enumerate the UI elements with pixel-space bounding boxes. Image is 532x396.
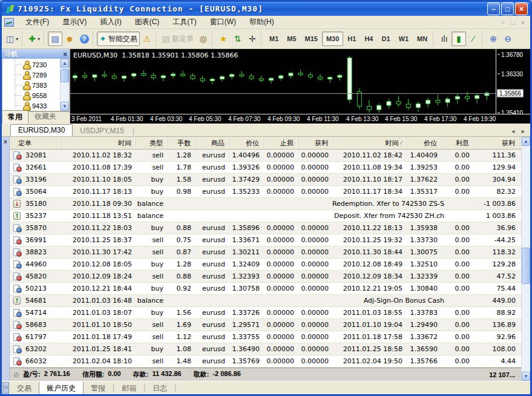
timeframe-h1-button[interactable]: H1 xyxy=(343,31,360,46)
scroll-up-icon[interactable]: ▲ xyxy=(522,137,530,146)
navigator-scrollbar[interactable]: ▲ ▼ xyxy=(60,59,69,111)
column-header-0[interactable]: 定单 xyxy=(10,137,61,149)
minimize-button[interactable]: – xyxy=(487,2,500,15)
history-row-38823[interactable]: 388232010.11.30 17:42sell0.87eurusd1.302… xyxy=(10,246,521,259)
menu-item-0[interactable]: 文件(F) xyxy=(19,16,56,28)
timeframe-m30-button[interactable]: M30 xyxy=(322,31,343,46)
history-row-32661[interactable]: 326612010.11.08 17:39sell1.78eurusd1.393… xyxy=(10,162,521,174)
timeframe-mn-button[interactable]: MN xyxy=(413,31,432,46)
timeframe-m15-button[interactable]: M15 xyxy=(301,31,322,46)
menu-item-1[interactable]: 显示(V) xyxy=(56,16,93,28)
candlestick-mode-button[interactable]: ▮ xyxy=(452,31,466,46)
strategy-tester-button[interactable]: ◎ xyxy=(196,31,211,46)
navigator-toggle-button[interactable]: ▤ xyxy=(48,31,62,46)
history-row-50213[interactable]: 502132010.12.21 18:44buy0.92eurusd1.3075… xyxy=(10,283,521,295)
history-row-63202[interactable]: 632022011.01.25 18:41buy1.08eurusd1.3649… xyxy=(10,343,521,355)
history-row-35237[interactable]: ↑352372010.11.18 13:51balanceDeposit. Xf… xyxy=(10,210,521,222)
navigator-tab-favorites[interactable]: 收藏夹 xyxy=(28,110,62,124)
history-row-33196[interactable]: 331962010.11.10 18:05buy1.58eurusd1.3742… xyxy=(10,174,521,186)
timeframe-m5-button[interactable]: M5 xyxy=(283,31,300,46)
menu-item-3[interactable]: 图表(C) xyxy=(128,16,166,28)
column-header-9[interactable]: 价位 xyxy=(406,137,441,149)
history-row-36991[interactable]: 369912010.11.25 18:37sell0.75eurusd1.336… xyxy=(10,234,521,246)
profiles-button[interactable]: ★ xyxy=(216,31,231,46)
maximize-button[interactable]: □ xyxy=(501,2,514,15)
menu-item-6[interactable]: 帮助(H) xyxy=(243,16,281,28)
chart-tab-eurusdm30[interactable]: EURUSD,M30 xyxy=(10,124,73,136)
timeframe-d1-button[interactable]: D1 xyxy=(377,31,394,46)
navigator-account-7230[interactable]: 7230 xyxy=(2,59,60,70)
buy-order-icon xyxy=(13,224,21,232)
history-row-54714[interactable]: 547142011.01.03 18:07buy1.56eurusd1.3372… xyxy=(10,307,521,319)
history-row-61797[interactable]: 617972011.01.18 17:49sell1.12eurusd1.337… xyxy=(10,331,521,343)
navigator-account-9433[interactable]: 9433 xyxy=(2,101,60,111)
column-header-4[interactable]: 商品 xyxy=(195,137,229,149)
close-button[interactable]: × xyxy=(515,2,528,15)
navigator-account-7383[interactable]: 7383 xyxy=(2,80,60,90)
terminal-close-icon[interactable]: × xyxy=(4,139,7,145)
help-button[interactable]: ? xyxy=(77,31,91,46)
navigator-account-9558[interactable]: 9558 xyxy=(2,90,60,101)
shift-chart-button[interactable]: ⇅ xyxy=(231,31,245,46)
new-chart-button[interactable]: ◫▾ xyxy=(4,31,21,46)
history-row-35180[interactable]: ↓351802010.11.18 09:30balanceRedemption.… xyxy=(10,198,521,210)
tabs-scroll-right-icon[interactable]: ► xyxy=(519,128,528,135)
terminal-tab-4[interactable]: 日志 xyxy=(145,381,174,396)
terminal-tab-2[interactable]: 警报 xyxy=(84,381,113,396)
expert-advisors-button[interactable]: ✦智能交易 xyxy=(97,31,140,46)
child-close-button[interactable]: × xyxy=(518,19,528,26)
navigator-account-7289[interactable]: 7289 xyxy=(2,70,60,80)
scrollbar-thumb[interactable] xyxy=(61,69,69,82)
navigator-close-icon[interactable]: × xyxy=(64,50,67,58)
accounts-button[interactable]: ☻ xyxy=(62,31,77,46)
menu-item-2[interactable]: 插入(I) xyxy=(93,16,128,28)
new-order-button[interactable]: ▤新定单 xyxy=(160,31,196,46)
column-header-3[interactable]: 手数 xyxy=(167,137,195,149)
column-header-8[interactable]: 时间∕ xyxy=(332,137,406,149)
timeframe-w1-button[interactable]: W1 xyxy=(395,31,413,46)
child-restore-button[interactable]: □ xyxy=(508,19,518,26)
bar-chart-mode-button[interactable]: ılı xyxy=(437,31,452,46)
zoom-out-button[interactable]: ⊖ xyxy=(501,31,515,46)
timeframe-m1-button[interactable]: M1 xyxy=(265,31,283,46)
chart-canvas[interactable]: EURUSD,M30 1.35818 1.35901 1.35806 1.358… xyxy=(70,49,530,124)
add-chart-button[interactable]: ✚▾ xyxy=(26,31,42,46)
column-header-10[interactable]: 利息 xyxy=(441,137,473,149)
child-minimize-button[interactable]: – xyxy=(498,19,508,26)
crosshair-button[interactable]: ✛ xyxy=(245,31,260,46)
history-row-66032[interactable]: 660322011.02.04 18:10sell1.48eurusd1.357… xyxy=(10,355,521,368)
menu-item-4[interactable]: 工具(T) xyxy=(166,16,203,28)
terminal-tab-1[interactable]: 账户历史 xyxy=(39,381,84,396)
column-header-7[interactable]: 获利 xyxy=(298,137,332,149)
history-row-32081[interactable]: 320812010.11.02 18:32sell1.28eurusd1.404… xyxy=(10,150,521,162)
chart-tab-usdjpym15[interactable]: USDJPY,M15 xyxy=(73,125,131,136)
menu-item-5[interactable]: 窗口(W) xyxy=(203,16,243,28)
history-row-35064[interactable]: 350642010.11.17 18:13buy0.98eurusd1.3523… xyxy=(10,186,521,198)
column-header-1[interactable]: 时间 xyxy=(61,137,136,149)
column-header-11[interactable]: 获利 xyxy=(473,137,519,149)
history-row-54681[interactable]: ↑546812011.01.03 16:48balanceAdj-Sign-On… xyxy=(10,295,521,307)
column-header-6[interactable]: 止损 xyxy=(263,137,298,149)
scroll-down-icon[interactable]: ▼ xyxy=(522,372,530,381)
scrollbar-thumb[interactable] xyxy=(522,248,530,284)
history-row-45820[interactable]: 458202010.12.09 18:24sell0.88eurusd1.323… xyxy=(10,271,521,283)
timeframe-h4-button[interactable]: H4 xyxy=(360,31,377,46)
column-header-2[interactable]: 类型 xyxy=(136,137,167,149)
alerts-button[interactable]: ⚠ xyxy=(140,31,154,46)
terminal-tab-0[interactable]: 交易 xyxy=(10,381,39,396)
terminal-tab-3[interactable]: 邮箱 xyxy=(114,381,143,396)
zoom-in-button[interactable]: ⊕ xyxy=(486,31,501,46)
time-axis[interactable]: 3 Feb 20114 Feb 01:304 Feb 03:304 Feb 05… xyxy=(70,114,530,124)
history-row-58683[interactable]: 586832011.01.10 18:50sell1.69eurusd1.295… xyxy=(10,319,521,331)
scroll-up-icon[interactable]: ▲ xyxy=(61,59,69,68)
docked-toolbar-fragment xyxy=(2,381,10,395)
tabs-scroll-left-icon[interactable]: ◄ xyxy=(508,128,517,135)
navigator-tab-common[interactable]: 常用 xyxy=(2,110,28,124)
terminal-scrollbar[interactable]: ▲ ▼ xyxy=(521,137,530,381)
line-chart-mode-button[interactable]: ∕ xyxy=(466,31,481,46)
column-header-5[interactable]: 价位 xyxy=(229,137,263,149)
price-axis[interactable]: 1.367801.363301.354101.35866 xyxy=(496,49,530,114)
history-row-44960[interactable]: 449602010.12.08 18:05buy1.28eurusd1.3240… xyxy=(10,259,521,271)
chart-window-icon[interactable] xyxy=(4,18,14,27)
history-row-35870[interactable]: 358702010.11.22 18:03buy0.88eurusd1.3589… xyxy=(10,222,521,234)
